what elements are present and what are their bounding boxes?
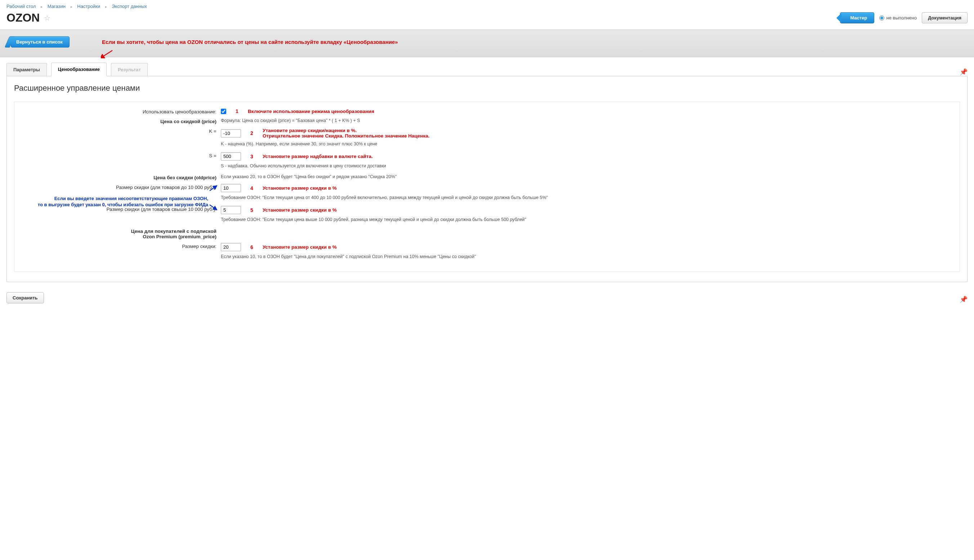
formula-text: Формула: Цена со скидкой (price) = "Базо… — [221, 118, 360, 123]
banner-box: Вернуться в список Если вы хотите, чтобы… — [0, 30, 974, 57]
oldprice-help: Если указано 20, то в ОЗОН будет "Цена б… — [221, 174, 397, 179]
svg-line-1 — [210, 186, 217, 191]
save-button[interactable]: Сохранить — [7, 292, 44, 303]
annotation-text: Утановите размер скидки/наценки в %.Отри… — [262, 128, 429, 138]
svg-line-0 — [102, 50, 112, 57]
documentation-button[interactable]: Документация — [922, 12, 967, 23]
svg-line-2 — [210, 205, 217, 210]
premium-section-label: Цена для покупателей с подпискойOzon Pre… — [21, 227, 221, 239]
breadcrumb-item[interactable]: Настройки — [77, 3, 100, 9]
star-icon[interactable]: ☆ — [44, 14, 50, 22]
breadcrumb: Рабочий стол ▸ Магазин ▸ Настройки ▸ Экс… — [0, 0, 974, 11]
oldprice-section-label: Цена без скидки (oldprice) — [21, 173, 221, 180]
chevron-right-icon: ▸ — [105, 5, 107, 8]
annotation-num: 5 — [247, 207, 256, 213]
annotation-text: Установите размер скидки в % — [262, 244, 337, 250]
banner-text: Если вы хотите, чтобы цена на OZON отлич… — [102, 39, 398, 45]
tabs: Параметры Ценообразование Результат 📌 — [0, 62, 974, 76]
annotation-num: 1 — [233, 108, 241, 114]
annotation-text: Установите размер скидки в % — [262, 185, 337, 191]
use-pricing-label: Использовать ценообразование: — [21, 108, 221, 115]
annotation-text: Включите использование режима ценообразо… — [248, 109, 374, 114]
tab-result: Результат — [111, 63, 148, 76]
panel-title: Расширенное управление ценами — [14, 83, 960, 93]
chevron-right-icon: ▸ — [41, 5, 42, 8]
footer: Сохранить 📌 — [0, 288, 974, 313]
arrow-icon — [101, 50, 113, 58]
breadcrumb-item[interactable]: Магазин — [48, 3, 65, 9]
arrow-icon — [209, 184, 218, 192]
status-text: не выполнено — [887, 15, 917, 20]
s-label: S = — [21, 152, 221, 158]
k-help: K - наценка (%). Например, если значение… — [221, 142, 953, 148]
s-input[interactable] — [221, 152, 241, 160]
annotation-text: Установите размер надбавки в валюте сайт… — [262, 154, 373, 159]
form-box: Использовать ценообразование: 1 Включите… — [14, 102, 960, 272]
back-to-list-button[interactable]: Вернуться в список — [11, 37, 70, 48]
price-section-label: Цена со скидкой (price) — [21, 117, 221, 124]
discount1-input[interactable] — [221, 184, 241, 192]
annotation-num: 2 — [247, 130, 256, 136]
panel: Расширенное управление ценами Использова… — [7, 76, 967, 282]
pin-icon[interactable]: 📌 — [960, 293, 967, 303]
s-help: S - надбавка. Обычно используется для вк… — [221, 163, 953, 171]
arrow-icon — [209, 203, 218, 211]
pin-icon[interactable]: 📌 — [960, 65, 967, 76]
discount2-help: Требование ОЗОН: "Если текущая цена выше… — [221, 217, 953, 224]
discount1-help: Требование ОЗОН: "Если текущая цена от 4… — [221, 195, 953, 202]
annotation-num: 3 — [247, 154, 256, 160]
breadcrumb-item[interactable]: Рабочий стол — [7, 3, 36, 9]
title-row: OZON ☆ Мастер не выполнено Документация — [0, 11, 974, 30]
discount1-label: Размер скидки (для товаров до 10 000 руб… — [21, 183, 221, 190]
discount2-input[interactable] — [221, 206, 241, 214]
annotation-num: 4 — [247, 185, 256, 191]
use-pricing-checkbox[interactable] — [221, 109, 226, 114]
annotation-text: Установите размер скидки в % — [262, 207, 337, 213]
discount3-label: Размер скидки: — [21, 242, 221, 249]
chevron-right-icon: ▸ — [70, 5, 72, 8]
status-indicator: не выполнено — [879, 15, 917, 20]
discount3-input[interactable] — [221, 243, 241, 251]
discount3-help: Если указано 10, то в ОЗОН будет "Цена д… — [221, 254, 953, 261]
k-label: K = — [21, 127, 221, 134]
page-title: OZON — [7, 11, 40, 25]
tab-pricing[interactable]: Ценообразование — [51, 63, 107, 76]
status-dot-icon — [879, 15, 884, 20]
k-input[interactable] — [221, 129, 241, 137]
master-button[interactable]: Мастер — [840, 12, 874, 23]
annotation-num: 6 — [247, 244, 256, 250]
breadcrumb-item[interactable]: Экспорт данных — [112, 3, 147, 9]
tab-params[interactable]: Параметры — [7, 63, 47, 76]
blue-warning-note: Если вы введете значения несоответствтую… — [25, 195, 208, 208]
